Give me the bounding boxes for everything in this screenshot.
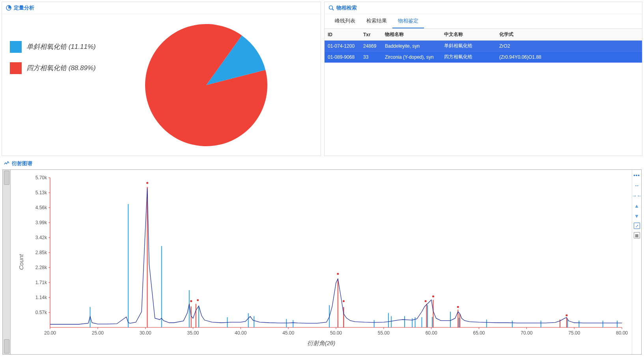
svg-text:55.00: 55.00 [378, 330, 390, 336]
svg-text:0.57k: 0.57k [35, 310, 47, 315]
search-panel: 物相检索 峰线列表 检索结果 物相鉴定 ID Txr 物相名称 中文名称 化学式 [324, 2, 642, 156]
svg-point-97 [425, 300, 427, 302]
svg-text:50.00: 50.00 [330, 330, 342, 336]
svg-point-92 [146, 182, 148, 184]
svg-text:40.00: 40.00 [235, 330, 246, 336]
legend-swatch-1 [10, 41, 22, 53]
legend-label-1: 单斜相氧化锆 (11.11%) [26, 42, 96, 51]
svg-text:5.13k: 5.13k [35, 190, 47, 195]
svg-line-1 [332, 9, 334, 11]
more-button[interactable]: ••• [633, 171, 640, 178]
fit-horizontal-button[interactable]: ↔ [633, 182, 640, 189]
y-axis-label: Count [18, 254, 24, 270]
spectrum-chart[interactable]: Count 0.57k1.14k1.71k2.28k2.85k3.42k3.99… [11, 170, 632, 354]
svg-text:80.00: 80.00 [616, 330, 628, 336]
cell-txr: 33 [360, 52, 382, 63]
search-header: 物相检索 [325, 2, 642, 14]
svg-text:5.70k: 5.70k [35, 175, 47, 180]
cell-id: 01-089-9068 [325, 52, 360, 63]
tab-results[interactable]: 检索结果 [361, 14, 392, 28]
cell-cn: 四方相氧化锆 [441, 52, 496, 63]
pie-chart [96, 24, 317, 146]
collapse-horizontal-button[interactable]: →← [633, 192, 640, 199]
svg-text:1.14k: 1.14k [35, 295, 47, 300]
th-txr[interactable]: Txr [360, 29, 382, 41]
pie-svg [145, 24, 267, 146]
th-formula[interactable]: 化学式 [496, 29, 625, 41]
tab-peaks[interactable]: 峰线列表 [329, 14, 361, 28]
svg-text:75.00: 75.00 [568, 330, 580, 336]
svg-text:45.00: 45.00 [282, 330, 294, 336]
tabs: 峰线列表 检索结果 物相鉴定 [325, 14, 642, 29]
legend-label-2: 四方相氧化锆 (88.89%) [26, 63, 96, 73]
scroll-down-button[interactable]: ▼ [633, 212, 640, 219]
scroll-up-button[interactable]: ▲ [633, 202, 640, 209]
table-row[interactable]: 01-074-1200 24869 Baddeleyite, syn 单斜相氧化… [325, 41, 642, 52]
svg-text:4.56k: 4.56k [35, 205, 47, 210]
slider-grip-icon[interactable] [4, 171, 9, 185]
svg-text:30.00: 30.00 [140, 330, 151, 336]
th-blank [625, 29, 642, 41]
search-title: 物相检索 [336, 4, 357, 11]
svg-text:35.00: 35.00 [187, 330, 199, 336]
grid-button[interactable]: ▦ [634, 232, 640, 238]
svg-text:70.00: 70.00 [521, 330, 532, 336]
svg-text:2.28k: 2.28k [35, 265, 47, 270]
spectrum-header: 衍射图谱 [0, 158, 644, 169]
th-cn[interactable]: 中文名称 [441, 29, 496, 41]
phase-table: ID Txr 物相名称 中文名称 化学式 01-074-1200 24869 B… [325, 29, 642, 63]
cell-name: Baddeleyite, syn [382, 41, 441, 52]
svg-point-0 [329, 6, 333, 9]
search-icon [329, 5, 334, 11]
spectrum-panel: Count 0.57k1.14k1.71k2.28k2.85k3.42k3.99… [2, 169, 642, 355]
svg-point-93 [190, 300, 192, 302]
svg-text:25.00: 25.00 [92, 330, 104, 336]
legend: 单斜相氧化锆 (11.11%) 四方相氧化锆 (88.89%) [10, 41, 96, 74]
svg-text:1.71k: 1.71k [35, 280, 47, 285]
left-slider[interactable] [3, 170, 11, 354]
spectrum-svg: 0.57k1.14k1.71k2.28k2.85k3.42k3.99k4.56k… [15, 174, 628, 339]
legend-item-1: 单斜相氧化锆 (11.11%) [10, 41, 96, 53]
cell-formula: (Zr0.94Y0.06)O1.88 [496, 52, 625, 63]
tab-ident[interactable]: 物相鉴定 [392, 14, 424, 28]
line-chart-icon [4, 160, 9, 167]
cell-name: Zirconia (Y-doped), syn [382, 52, 441, 63]
svg-point-96 [343, 300, 345, 302]
legend-swatch-2 [10, 62, 22, 74]
svg-text:20.00: 20.00 [44, 330, 56, 336]
svg-text:3.99k: 3.99k [35, 220, 47, 225]
chart-toolbar: ••• ↔ →← ▲ ▼ ⤢ ▦ [632, 170, 641, 354]
svg-text:3.42k: 3.42k [35, 235, 47, 240]
svg-text:60.00: 60.00 [426, 330, 437, 336]
quant-body: 单斜相氧化锆 (11.11%) 四方相氧化锆 (88.89%) [2, 14, 321, 156]
legend-item-2: 四方相氧化锆 (88.89%) [10, 62, 96, 74]
cell-txr: 24869 [360, 41, 382, 52]
svg-point-95 [337, 273, 339, 275]
svg-point-99 [457, 306, 459, 308]
table-wrap: ID Txr 物相名称 中文名称 化学式 01-074-1200 24869 B… [325, 29, 642, 156]
x-axis-label: 衍射角(2θ) [15, 340, 628, 347]
svg-point-100 [566, 314, 567, 316]
cell-formula: ZrO2 [496, 41, 625, 52]
svg-point-98 [432, 296, 434, 298]
svg-text:2.85k: 2.85k [35, 250, 47, 255]
table-header-row: ID Txr 物相名称 中文名称 化学式 [325, 29, 642, 41]
table-row[interactable]: 01-089-9068 33 Zirconia (Y-doped), syn 四… [325, 52, 642, 63]
cell-id: 01-074-1200 [325, 41, 360, 52]
slider-grip-icon[interactable] [4, 339, 9, 353]
cell-cn: 单斜相氧化锆 [441, 41, 496, 52]
th-id[interactable]: ID [325, 29, 360, 41]
pie-icon [6, 5, 11, 11]
th-name[interactable]: 物相名称 [382, 29, 441, 41]
fullscreen-button[interactable]: ⤢ [634, 223, 640, 229]
spectrum-title: 衍射图谱 [12, 160, 32, 167]
quant-panel: 定量分析 单斜相氧化锆 (11.11%) 四方相氧化锆 (88.89%) [2, 2, 321, 156]
quant-title: 定量分析 [14, 4, 34, 11]
svg-point-94 [197, 299, 199, 301]
svg-text:65.00: 65.00 [473, 330, 485, 336]
quant-header: 定量分析 [2, 2, 321, 14]
